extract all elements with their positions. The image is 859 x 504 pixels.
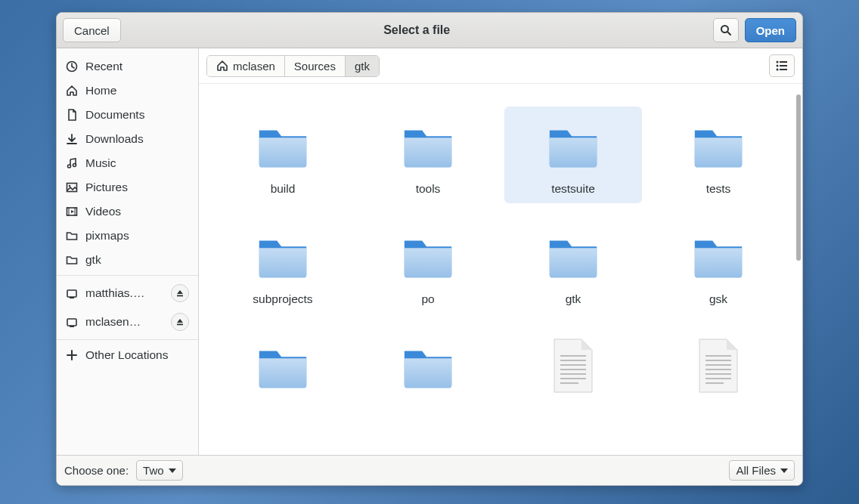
sidebar-item-gtk[interactable]: gtk	[57, 248, 198, 272]
sidebar-item-matthias[interactable]: matthias.…	[57, 279, 198, 308]
svg-point-18	[777, 65, 779, 67]
svg-rect-12	[177, 295, 183, 297]
sidebar-item-label: matthias.…	[85, 286, 163, 300]
sidebar-item-label: Other Locations	[85, 348, 189, 362]
sidebar-item-label: Pictures	[85, 181, 189, 194]
svg-point-16	[777, 61, 779, 63]
sidebar-item-home[interactable]: Home	[57, 79, 198, 103]
music-icon	[66, 157, 78, 169]
folder-icon	[689, 227, 748, 286]
search-button[interactable]	[713, 18, 739, 42]
view-list-button[interactable]	[769, 54, 795, 77]
folder-item[interactable]: gsk	[650, 217, 787, 314]
folder-item[interactable]: build	[214, 107, 352, 203]
choose-combo[interactable]: Two	[136, 460, 183, 481]
search-icon	[720, 24, 732, 36]
filter-value: All Files	[736, 464, 776, 477]
sidebar-item-documents[interactable]: Documents	[57, 103, 198, 127]
file-chooser-dialog: Cancel Select a file Open RecentHomeDocu…	[56, 12, 803, 486]
file-grid: buildtoolstestsuitetestssubprojectspogtk…	[214, 107, 787, 410]
folder-item[interactable]: subprojects	[214, 217, 352, 314]
drive-icon	[66, 316, 78, 328]
svg-rect-13	[67, 319, 76, 326]
footer: Choose one: Two All Files	[57, 455, 802, 485]
sidebar-item-label: pixmaps	[85, 229, 189, 243]
sidebar-item-pixmaps[interactable]: pixmaps	[57, 224, 198, 248]
doc-icon	[66, 109, 78, 121]
recent-icon	[66, 60, 78, 73]
dialog-title: Select a file	[127, 23, 707, 37]
plus-icon	[66, 349, 78, 361]
breadcrumb-mclasen[interactable]: mclasen	[207, 56, 285, 76]
sidebar-item-downloads[interactable]: Downloads	[57, 127, 198, 151]
choose-label: Choose one:	[64, 464, 129, 477]
eject-button[interactable]	[171, 284, 189, 302]
folder-item[interactable]	[214, 327, 352, 410]
eject-button[interactable]	[171, 313, 189, 331]
drive-icon	[66, 287, 78, 299]
sidebar-item-label: Downloads	[85, 132, 189, 146]
sidebar-item-label: Recent	[85, 60, 189, 73]
sidebar: RecentHomeDocumentsDownloadsMusicPicture…	[57, 48, 199, 455]
chevron-down-icon	[780, 468, 788, 473]
picture-icon	[66, 181, 78, 193]
file-icon	[696, 338, 740, 394]
item-label: build	[271, 182, 296, 196]
folder-item[interactable]	[359, 327, 497, 410]
folder-icon	[253, 117, 312, 176]
home-icon	[216, 60, 228, 72]
svg-point-4	[73, 164, 76, 167]
sidebar-item-recent[interactable]: Recent	[57, 54, 198, 79]
svg-rect-19	[780, 65, 787, 66]
svg-point-20	[777, 69, 779, 71]
file-icon	[551, 338, 595, 394]
breadcrumb-Sources[interactable]: Sources	[285, 56, 346, 76]
breadcrumb-label: gtk	[355, 60, 370, 73]
download-icon	[66, 133, 78, 145]
sidebar-item-music[interactable]: Music	[57, 151, 198, 175]
folder-item[interactable]: tests	[650, 107, 787, 203]
item-label: subprojects	[253, 292, 312, 306]
svg-rect-21	[780, 69, 787, 70]
file-item[interactable]	[504, 327, 642, 410]
sidebar-item-other-locations[interactable]: Other Locations	[57, 343, 198, 367]
breadcrumb-label: Sources	[294, 60, 336, 73]
folder-item[interactable]: testsuite	[504, 107, 642, 203]
svg-rect-14	[70, 326, 74, 327]
video-icon	[66, 206, 78, 218]
folder-icon	[398, 117, 457, 176]
folder-item[interactable]: po	[359, 217, 497, 314]
folder-icon	[544, 117, 603, 176]
open-button[interactable]: Open	[745, 18, 796, 42]
sidebar-item-label: Videos	[85, 205, 189, 218]
file-grid-scroll[interactable]: buildtoolstestsuitetestssubprojectspogtk…	[199, 84, 802, 455]
folder-icon	[689, 117, 748, 176]
folder-icon	[398, 338, 457, 397]
file-item[interactable]	[650, 327, 787, 410]
svg-rect-17	[780, 61, 787, 63]
main-area: mclasenSourcesgtk buildtoolstestsuitetes…	[199, 48, 802, 455]
folder-icon	[66, 254, 78, 266]
folder-item[interactable]: gtk	[504, 217, 642, 314]
item-label: po	[421, 292, 434, 306]
folder-icon	[253, 338, 312, 397]
breadcrumb-gtk[interactable]: gtk	[346, 56, 379, 76]
list-icon	[776, 60, 788, 71]
scrollbar[interactable]	[796, 94, 801, 261]
item-label: tests	[706, 182, 731, 196]
folder-icon	[544, 227, 603, 286]
cancel-button[interactable]: Cancel	[63, 18, 121, 42]
folder-item[interactable]: tools	[359, 107, 497, 203]
folder-icon	[66, 230, 78, 242]
item-label: gtk	[566, 292, 581, 306]
sidebar-item-mclasen[interactable]: mclasen…	[57, 308, 198, 336]
sidebar-item-label: gtk	[85, 253, 189, 267]
svg-point-6	[69, 185, 71, 187]
sidebar-item-label: Music	[85, 156, 189, 170]
filter-combo[interactable]: All Files	[729, 460, 795, 481]
sidebar-item-pictures[interactable]: Pictures	[57, 175, 198, 199]
sidebar-item-videos[interactable]: Videos	[57, 199, 198, 224]
home-icon	[66, 85, 78, 97]
dialog-body: RecentHomeDocumentsDownloadsMusicPicture…	[57, 48, 802, 455]
svg-rect-15	[177, 324, 183, 326]
